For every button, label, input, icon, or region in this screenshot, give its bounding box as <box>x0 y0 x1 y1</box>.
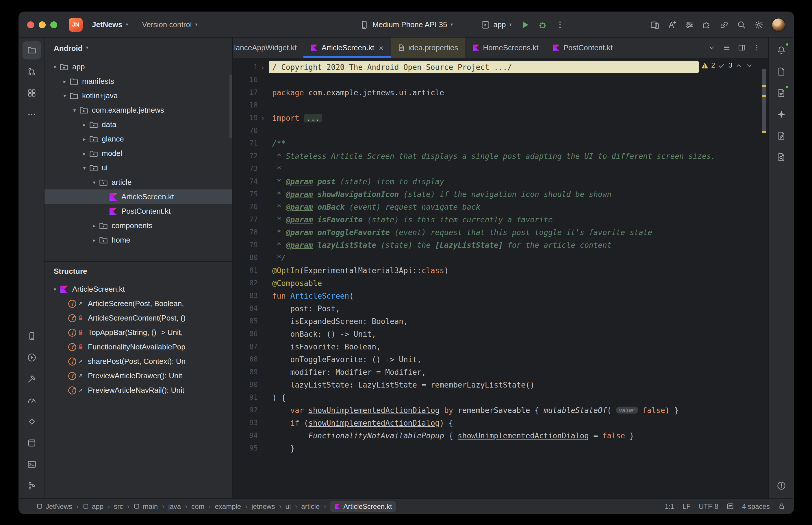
breadcrumb-item[interactable]: ArticleScreen.kt <box>330 501 396 511</box>
breadcrumb-item[interactable]: main <box>133 502 158 510</box>
editor-tab[interactable]: HomeScreens.kt <box>465 38 545 58</box>
tree-chevron-icon[interactable]: ▾ <box>50 286 60 292</box>
previous-problem-icon[interactable] <box>735 61 743 69</box>
inspections-widget[interactable]: 2 3 <box>701 61 753 69</box>
tree-chevron-icon[interactable]: ▸ <box>80 150 89 156</box>
tree-chevron-icon[interactable]: ▸ <box>90 223 99 228</box>
editor-more-icon[interactable] <box>750 41 764 55</box>
fold-toggle-icon[interactable]: › <box>260 64 266 70</box>
app-quality-insights-icon[interactable] <box>772 148 790 166</box>
problems-icon[interactable] <box>772 477 790 495</box>
project-tree-item[interactable]: ▸glance <box>44 132 232 146</box>
tree-chevron-icon[interactable]: ▾ <box>50 64 60 70</box>
structure-item[interactable]: fPreviewArticleDrawer(): Unit <box>44 369 232 383</box>
plugins-icon[interactable] <box>699 16 715 33</box>
breadcrumb-item[interactable]: com <box>191 502 204 510</box>
project-tree-item[interactable]: ▾app <box>44 59 232 74</box>
close-window-button[interactable] <box>27 21 34 28</box>
project-tree-item[interactable]: PostContent.kt <box>44 204 232 218</box>
structure-item[interactable]: ▾ArticleScreen.kt <box>44 282 232 296</box>
run-button[interactable] <box>518 16 534 33</box>
device-file-explorer-icon[interactable] <box>772 84 790 102</box>
tree-chevron-icon[interactable]: ▾ <box>60 93 69 99</box>
gradle-icon[interactable] <box>772 62 790 81</box>
tree-chevron-icon[interactable]: ▾ <box>90 179 99 185</box>
indent-size[interactable]: 4 spaces <box>742 502 770 510</box>
resource-manager-icon[interactable] <box>22 84 41 102</box>
project-tree-item[interactable]: ▾ui <box>44 161 232 175</box>
device-manager-icon[interactable] <box>647 16 663 33</box>
project-scrollbar[interactable] <box>230 75 232 138</box>
project-tool-icon[interactable] <box>22 41 41 59</box>
gemini-icon[interactable] <box>772 105 790 124</box>
file-encoding[interactable]: UTF-8 <box>699 502 718 510</box>
device-selector[interactable]: Medium Phone API 35 ▾ <box>355 18 458 31</box>
code-editor[interactable]: 1›/ Copyright 2020 The Android Open Sour… <box>233 58 768 498</box>
tree-chevron-icon[interactable]: ▸ <box>80 122 89 127</box>
tree-chevron-icon[interactable]: ▾ <box>70 107 79 113</box>
device-manager-icon[interactable] <box>22 327 41 345</box>
debug-button[interactable] <box>535 16 551 33</box>
zoom-window-button[interactable] <box>50 21 57 28</box>
more-run-actions-button[interactable] <box>552 16 569 33</box>
breadcrumb-item[interactable]: JetNews <box>36 502 72 510</box>
notifications-icon[interactable] <box>772 41 790 59</box>
app-inspection-icon[interactable] <box>22 412 41 431</box>
structure-item[interactable]: fFunctionalityNotAvailablePop <box>44 340 232 354</box>
structure-item[interactable]: fsharePost(Post, Context): Un <box>44 354 232 369</box>
services-icon[interactable] <box>22 348 41 367</box>
editor-tab[interactable]: ArticleScreen.kt× <box>304 38 390 58</box>
tree-chevron-icon[interactable]: ▸ <box>80 136 89 142</box>
code-with-me-icon[interactable] <box>716 16 732 33</box>
user-avatar[interactable] <box>771 18 785 31</box>
breadcrumb-item[interactable]: app <box>83 502 103 510</box>
more-tool-windows-icon[interactable] <box>22 105 41 124</box>
code-assist-icon[interactable] <box>664 16 680 33</box>
next-problem-icon[interactable] <box>745 61 753 69</box>
run-config-selector[interactable]: app ▾ <box>476 18 516 31</box>
structure-panel-header[interactable]: Structure <box>44 261 232 281</box>
tree-chevron-icon[interactable]: ▸ <box>90 237 99 243</box>
editor-tab[interactable]: lanceAppWidget.kt <box>233 38 304 58</box>
terminal-icon[interactable] <box>22 455 41 474</box>
project-tree-item[interactable]: ArticleScreen.kt <box>44 190 232 204</box>
project-tree-item[interactable]: ▸components <box>44 218 232 233</box>
indentation-icon[interactable] <box>726 502 734 510</box>
project-tree-item[interactable]: ▾kotlin+java <box>44 88 232 103</box>
project-tree-item[interactable]: ▸model <box>44 146 232 161</box>
editor-options-icon[interactable] <box>720 41 734 55</box>
editor-tab[interactable]: idea.properties <box>390 38 465 58</box>
display-options-icon[interactable] <box>681 16 697 33</box>
close-tab-icon[interactable]: × <box>379 44 383 52</box>
structure-item[interactable]: fTopAppBar(String, () -> Unit, <box>44 325 232 340</box>
tree-chevron-icon[interactable]: ▾ <box>80 165 89 171</box>
caret-position[interactable]: 1:1 <box>665 502 675 510</box>
line-separator[interactable]: LF <box>682 502 691 510</box>
project-tree-item[interactable]: ▸home <box>44 233 232 247</box>
profiler-icon[interactable] <box>22 391 41 409</box>
search-icon[interactable] <box>734 16 750 33</box>
breadcrumb-item[interactable]: java <box>168 502 181 510</box>
vcs-widget[interactable]: Version control ▾ <box>137 18 202 31</box>
breadcrumb-item[interactable]: article <box>301 502 320 510</box>
breadcrumb-item[interactable]: ui <box>285 502 291 510</box>
file-writable-icon[interactable] <box>778 502 785 510</box>
tree-chevron-icon[interactable]: ▸ <box>60 78 69 84</box>
hidden-tabs-icon[interactable] <box>705 41 718 55</box>
logcat-icon[interactable] <box>772 126 790 145</box>
build-icon[interactable] <box>22 370 41 388</box>
fold-toggle-icon[interactable]: › <box>260 115 266 121</box>
scrollbar-thumb[interactable] <box>762 69 766 132</box>
project-tree-item[interactable]: ▾com.example.jetnews <box>44 103 232 117</box>
breadcrumb-item[interactable]: jetnews <box>251 502 275 510</box>
project-tree-item[interactable]: ▸manifests <box>44 74 232 88</box>
settings-icon[interactable] <box>751 16 767 33</box>
breadcrumb-item[interactable]: src <box>114 502 123 510</box>
version-control-tool-icon[interactable] <box>22 477 41 495</box>
structure-item[interactable]: fArticleScreenContent(Post, () <box>44 311 232 325</box>
minimize-window-button[interactable] <box>39 21 46 28</box>
structure-item[interactable]: fPreviewArticleNavRail(): Unit <box>44 383 232 397</box>
split-editor-icon[interactable] <box>735 41 749 55</box>
editor-scrollbar[interactable] <box>761 59 767 497</box>
project-tree-item[interactable]: ▸data <box>44 117 232 132</box>
